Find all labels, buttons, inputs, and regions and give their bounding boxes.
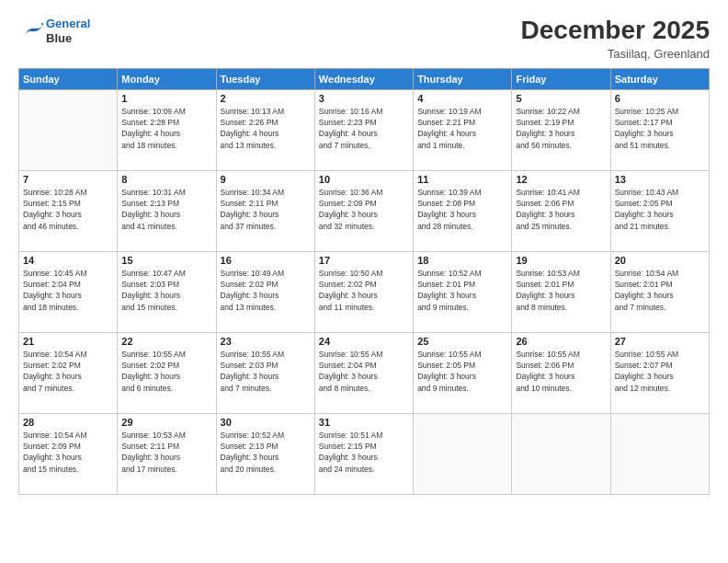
location: Tasiilaq, Greenland	[521, 47, 710, 61]
calendar-week-row: 28Sunrise: 10:54 AM Sunset: 2:09 PM Dayl…	[19, 413, 710, 494]
day-number: 29	[121, 417, 211, 428]
day-info: Sunrise: 10:53 AM Sunset: 2:01 PM Daylig…	[516, 268, 606, 313]
day-info: Sunrise: 10:52 AM Sunset: 2:01 PM Daylig…	[417, 268, 507, 313]
day-number: 27	[615, 336, 705, 347]
day-number: 18	[417, 255, 507, 266]
day-number: 7	[23, 174, 113, 185]
day-number: 25	[417, 336, 507, 347]
day-info: Sunrise: 10:28 AM Sunset: 2:15 PM Daylig…	[23, 187, 113, 232]
calendar-header-row: Sunday Monday Tuesday Wednesday Thursday…	[19, 68, 710, 89]
day-info: Sunrise: 10:39 AM Sunset: 2:08 PM Daylig…	[417, 187, 507, 232]
day-number: 28	[23, 417, 113, 428]
table-row: 21Sunrise: 10:54 AM Sunset: 2:02 PM Dayl…	[19, 332, 118, 413]
day-info: Sunrise: 10:55 AM Sunset: 2:05 PM Daylig…	[417, 349, 507, 394]
table-row: 12Sunrise: 10:41 AM Sunset: 2:06 PM Dayl…	[512, 170, 610, 251]
table-row: 18Sunrise: 10:52 AM Sunset: 2:01 PM Dayl…	[414, 251, 512, 332]
day-info: Sunrise: 10:50 AM Sunset: 2:02 PM Daylig…	[319, 268, 409, 313]
day-number: 4	[417, 93, 507, 104]
table-row: 7Sunrise: 10:28 AM Sunset: 2:15 PM Dayli…	[19, 170, 118, 251]
header-monday: Monday	[118, 68, 216, 89]
table-row: 13Sunrise: 10:43 AM Sunset: 2:05 PM Dayl…	[610, 170, 709, 251]
day-number: 13	[615, 174, 705, 185]
table-row: 19Sunrise: 10:53 AM Sunset: 2:01 PM Dayl…	[512, 251, 610, 332]
table-row: 16Sunrise: 10:49 AM Sunset: 2:02 PM Dayl…	[216, 251, 314, 332]
table-row: 26Sunrise: 10:55 AM Sunset: 2:06 PM Dayl…	[512, 332, 610, 413]
day-number: 1	[121, 93, 211, 104]
day-info: Sunrise: 10:55 AM Sunset: 2:02 PM Daylig…	[121, 349, 211, 394]
table-row: 24Sunrise: 10:55 AM Sunset: 2:04 PM Dayl…	[314, 332, 413, 413]
table-row: 25Sunrise: 10:55 AM Sunset: 2:05 PM Dayl…	[414, 332, 512, 413]
day-info: Sunrise: 10:09 AM Sunset: 2:28 PM Daylig…	[121, 106, 211, 151]
month-title: December 2025	[521, 17, 710, 45]
day-number: 21	[23, 336, 113, 347]
day-number: 2	[221, 93, 311, 104]
table-row: 4Sunrise: 10:19 AM Sunset: 2:21 PM Dayli…	[414, 89, 512, 170]
day-info: Sunrise: 10:25 AM Sunset: 2:17 PM Daylig…	[615, 106, 705, 151]
table-row: 11Sunrise: 10:39 AM Sunset: 2:08 PM Dayl…	[414, 170, 512, 251]
day-info: Sunrise: 10:31 AM Sunset: 2:13 PM Daylig…	[121, 187, 211, 232]
day-info: Sunrise: 10:13 AM Sunset: 2:26 PM Daylig…	[221, 106, 311, 151]
day-info: Sunrise: 10:22 AM Sunset: 2:19 PM Daylig…	[516, 106, 606, 151]
table-row: 22Sunrise: 10:55 AM Sunset: 2:02 PM Dayl…	[118, 332, 216, 413]
table-row: 29Sunrise: 10:53 AM Sunset: 2:11 PM Dayl…	[118, 413, 216, 494]
table-row: 23Sunrise: 10:55 AM Sunset: 2:03 PM Dayl…	[216, 332, 314, 413]
day-info: Sunrise: 10:47 AM Sunset: 2:03 PM Daylig…	[121, 268, 211, 313]
table-row: 20Sunrise: 10:54 AM Sunset: 2:01 PM Dayl…	[610, 251, 709, 332]
day-info: Sunrise: 10:19 AM Sunset: 2:21 PM Daylig…	[417, 106, 507, 151]
table-row: 28Sunrise: 10:54 AM Sunset: 2:09 PM Dayl…	[19, 413, 118, 494]
table-row: 2Sunrise: 10:13 AM Sunset: 2:26 PM Dayli…	[216, 89, 314, 170]
table-row: 9Sunrise: 10:34 AM Sunset: 2:11 PM Dayli…	[216, 170, 314, 251]
table-row: 17Sunrise: 10:50 AM Sunset: 2:02 PM Dayl…	[314, 251, 413, 332]
day-number: 31	[319, 417, 409, 428]
table-row	[414, 413, 512, 494]
day-info: Sunrise: 10:53 AM Sunset: 2:11 PM Daylig…	[121, 430, 211, 475]
table-row	[610, 413, 709, 494]
day-info: Sunrise: 10:49 AM Sunset: 2:02 PM Daylig…	[221, 268, 311, 313]
day-number: 26	[516, 336, 606, 347]
day-number: 17	[319, 255, 409, 266]
day-info: Sunrise: 10:54 AM Sunset: 2:01 PM Daylig…	[615, 268, 705, 313]
day-info: Sunrise: 10:54 AM Sunset: 2:09 PM Daylig…	[23, 430, 113, 475]
header-wednesday: Wednesday	[314, 68, 413, 89]
header-saturday: Saturday	[610, 68, 709, 89]
table-row: 3Sunrise: 10:16 AM Sunset: 2:23 PM Dayli…	[314, 89, 413, 170]
logo-text: General Blue	[46, 17, 90, 45]
day-number: 12	[516, 174, 606, 185]
day-info: Sunrise: 10:43 AM Sunset: 2:05 PM Daylig…	[615, 187, 705, 232]
table-row: 1Sunrise: 10:09 AM Sunset: 2:28 PM Dayli…	[118, 89, 216, 170]
day-number: 23	[221, 336, 311, 347]
day-number: 24	[319, 336, 409, 347]
day-number: 14	[23, 255, 113, 266]
day-number: 9	[221, 174, 311, 185]
day-info: Sunrise: 10:16 AM Sunset: 2:23 PM Daylig…	[319, 106, 409, 151]
day-number: 30	[221, 417, 311, 428]
calendar-week-row: 14Sunrise: 10:45 AM Sunset: 2:04 PM Dayl…	[19, 251, 710, 332]
day-info: Sunrise: 10:55 AM Sunset: 2:07 PM Daylig…	[615, 349, 705, 394]
day-info: Sunrise: 10:36 AM Sunset: 2:09 PM Daylig…	[319, 187, 409, 232]
day-info: Sunrise: 10:45 AM Sunset: 2:04 PM Daylig…	[23, 268, 113, 313]
day-number: 22	[121, 336, 211, 347]
calendar-page: General Blue December 2025 Tasiilaq, Gre…	[0, 0, 728, 563]
day-info: Sunrise: 10:52 AM Sunset: 2:13 PM Daylig…	[221, 430, 311, 475]
day-info: Sunrise: 10:41 AM Sunset: 2:06 PM Daylig…	[516, 187, 606, 232]
day-info: Sunrise: 10:55 AM Sunset: 2:04 PM Daylig…	[319, 349, 409, 394]
table-row: 8Sunrise: 10:31 AM Sunset: 2:13 PM Dayli…	[118, 170, 216, 251]
header-sunday: Sunday	[19, 68, 118, 89]
logo: General Blue	[18, 17, 90, 45]
table-row: 27Sunrise: 10:55 AM Sunset: 2:07 PM Dayl…	[610, 332, 709, 413]
day-number: 10	[319, 174, 409, 185]
table-row: 10Sunrise: 10:36 AM Sunset: 2:09 PM Dayl…	[314, 170, 413, 251]
day-info: Sunrise: 10:54 AM Sunset: 2:02 PM Daylig…	[23, 349, 113, 394]
header-friday: Friday	[512, 68, 610, 89]
table-row: 14Sunrise: 10:45 AM Sunset: 2:04 PM Dayl…	[19, 251, 118, 332]
day-info: Sunrise: 10:34 AM Sunset: 2:11 PM Daylig…	[221, 187, 311, 232]
table-row: 15Sunrise: 10:47 AM Sunset: 2:03 PM Dayl…	[118, 251, 216, 332]
header-thursday: Thursday	[414, 68, 512, 89]
day-info: Sunrise: 10:51 AM Sunset: 2:15 PM Daylig…	[319, 430, 409, 475]
title-block: December 2025 Tasiilaq, Greenland	[521, 17, 710, 61]
day-number: 15	[121, 255, 211, 266]
table-row	[19, 89, 118, 170]
day-number: 11	[417, 174, 507, 185]
table-row: 31Sunrise: 10:51 AM Sunset: 2:15 PM Dayl…	[314, 413, 413, 494]
calendar-week-row: 21Sunrise: 10:54 AM Sunset: 2:02 PM Dayl…	[19, 332, 710, 413]
